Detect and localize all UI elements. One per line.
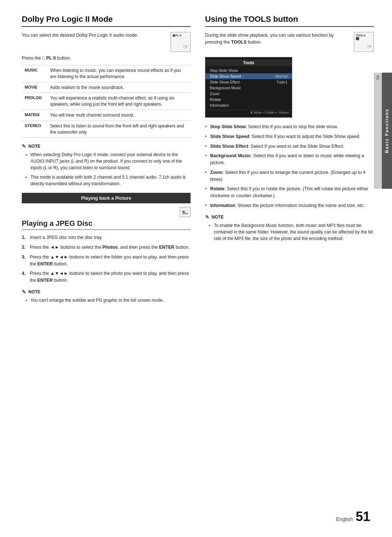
mode-desc-matrix: You will hear multi channel surround sou… [47,110,191,121]
plii-icon: ▣PL II ☞ [171,32,191,52]
mode-desc-prolog: You will experience a realistic multi-ch… [47,93,191,110]
list-item: 3. Press the ▲▼◄► buttons to select the … [22,254,191,268]
list-item: This mode is available with both 2 chann… [25,174,191,187]
tools-icon: TOOLS⬛ ☞ [354,32,374,52]
tools-menu-item-rotate: Rotate [205,97,292,102]
jpeg-note-list: You can't enlarge the subtitle and PG gr… [22,297,191,304]
tools-bullet-list: Stop Slide Show: Select this if you want… [205,123,374,209]
section-label: Basic Functions [384,109,389,153]
mode-name-music: MUSIC [22,65,47,82]
list-item: When selecting Dolby Pro Logic II mode, … [25,151,191,171]
page-number: 51 [356,509,370,524]
mode-name-prolog: PROLOG [22,93,47,110]
tools-menu-title: Tools [205,60,292,66]
table-row: STEREO Select this to listen to sound fr… [22,121,191,138]
press-line: Press the □ PL II button. [22,56,191,61]
tools-note-section: ✎ NOTE To enable the Background Music fu… [205,214,374,242]
page-container: Dolby Pro Logic II Mode You can select t… [0,0,392,537]
tools-intro-text: During the slide show playback, you can … [205,32,350,46]
list-item: Zoom: Select this if you want to enlarge… [205,169,374,183]
jpeg-icon-row: 📷JPEG [22,207,191,217]
list-item: 1. Insert a JPEG disc into the disc tray… [22,234,191,241]
list-item: Background Music: Select this if you wan… [205,152,374,166]
list-item: You can't enlarge the subtitle and PG gr… [25,297,191,304]
tools-note-list: To enable the Background Music function,… [205,222,374,242]
mode-desc-movie: Adds realism to the movie soundtrack. [47,82,191,93]
main-content: Dolby Pro Logic II Mode You can select t… [22,15,374,309]
tools-menu-item-stop: Stop Slide Show [205,68,292,73]
page-footer: English 51 [336,509,370,524]
note-pencil-icon-2: ✎ [22,289,26,295]
tools-hand-icon: ☞ [366,43,372,51]
table-row: MUSIC When listening to music, you can e… [22,65,191,82]
jpeg-note-section: ✎ NOTE You can't enlarge the subtitle an… [22,289,191,304]
dolby-section-title: Dolby Pro Logic II Mode [22,15,191,27]
note-pencil-icon: ✎ [22,143,26,149]
dolby-note-title: ✎ NOTE [22,143,191,149]
list-item: 4. Press the ▲▼◄► buttons to select the … [22,270,191,284]
mode-name-matrix: MATRIX [22,110,47,121]
mode-table: MUSIC When listening to music, you can e… [22,65,191,138]
tools-icon-label: TOOLS⬛ [356,34,366,40]
tools-section-title: Using the TOOLS button [205,15,374,27]
hand-icon: ☞ [183,43,189,51]
list-item: Slide Show Effect: Select if you want to… [205,143,374,150]
mode-desc-stereo: Select this to listen to sound from the … [47,121,191,138]
dolby-note-section: ✎ NOTE When selecting Dolby Pro Logic II… [22,143,191,187]
list-item: Information: Shows the picture informati… [205,202,374,209]
list-item: Rotate: Select this if you to rotate the… [205,186,374,199]
table-row: MOVIE Adds realism to the movie soundtra… [22,82,191,93]
table-row: MATRIX You will hear multi channel surro… [22,110,191,121]
page-language: English [336,516,353,522]
mode-desc-music: When listening to music, you can experie… [47,65,191,82]
tools-menu-item-effect: Slide Show Effect : Fade1 [205,79,292,85]
tools-menu-item-speed: Slide Show Speed : Normal [205,73,292,79]
jpeg-icon-label: 📷JPEG [182,210,188,215]
left-column: Dolby Pro Logic II Mode You can select t… [22,15,191,309]
note-pencil-icon-3: ✎ [205,214,209,220]
tools-note-title: ✎ NOTE [205,214,374,220]
list-item: Slide Show Speed: Select this if you wan… [205,133,374,140]
jpeg-note-title: ✎ NOTE [22,289,191,295]
right-column: Using the TOOLS button During the slide … [205,15,374,309]
section-tab: Basic Functions [382,73,392,189]
dolby-intro-text: You can select the desired Dolby Pro Log… [22,32,167,39]
tools-intro-row: During the slide show playback, you can … [205,32,374,52]
playback-banner: Playing back a Picture [22,193,191,203]
jpeg-steps-list: 1. Insert a JPEG disc into the disc tray… [22,234,191,284]
jpeg-section-title: Playing a JPEG Disc [22,219,191,230]
dolby-intro-row: You can select the desired Dolby Pro Log… [22,32,191,52]
list-item: To enable the Background Music function,… [209,222,374,242]
jpeg-icon: 📷JPEG [180,207,191,217]
dolby-note-list: When selecting Dolby Pro Logic II mode, … [22,151,191,187]
mode-name-stereo: STEREO [22,121,47,138]
tools-screenshot: Tools Stop Slide Show Slide Show Speed :… [205,57,292,118]
list-item: 2. Press the ◄► buttons to select the Ph… [22,244,191,251]
mode-name-movie: MOVIE [22,82,47,93]
tools-menu-item-bgmusic: Background Music [205,85,292,91]
tools-menu-item-zoom: Zoom [205,91,292,97]
tools-menu-footer: ⬆ Move ⏎ Enter ↩ Return [205,110,292,115]
plii-icon-label: ▣PL II [172,34,181,37]
tools-menu-item-info: Information [205,102,292,108]
table-row: PROLOG You will experience a realistic m… [22,93,191,110]
list-item: Stop Slide Show: Select this if you want… [205,123,374,130]
